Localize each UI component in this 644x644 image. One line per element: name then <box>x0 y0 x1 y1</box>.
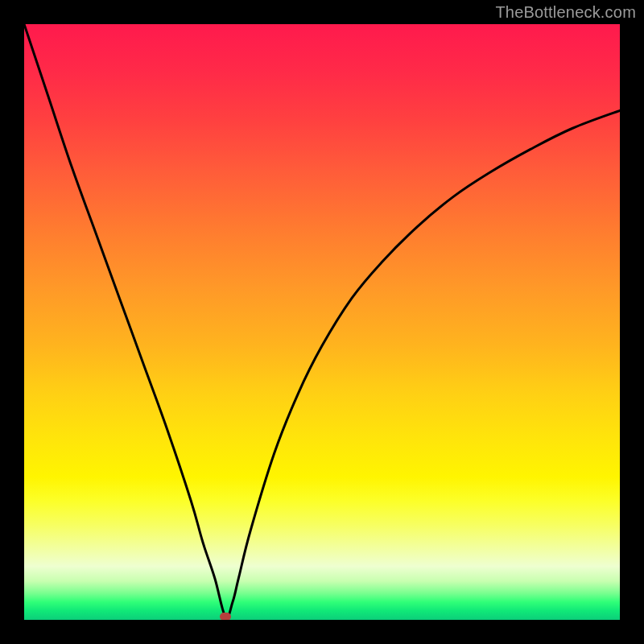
chart-frame: TheBottleneck.com <box>0 0 644 644</box>
watermark-text: TheBottleneck.com <box>495 3 636 22</box>
min-marker <box>220 613 231 620</box>
bottleneck-curve <box>24 24 620 620</box>
plot-area <box>24 24 620 620</box>
